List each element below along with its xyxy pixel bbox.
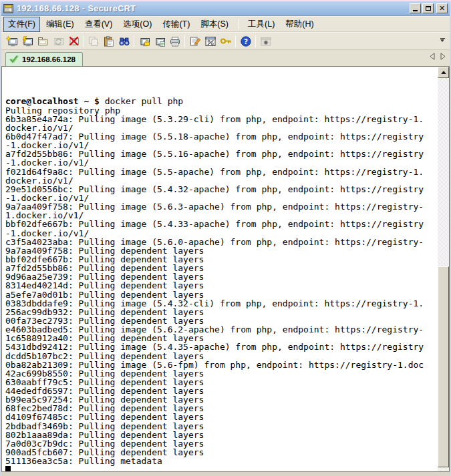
tab-scroll-left-icon[interactable] [430,51,435,63]
toolbar-separator [134,35,134,47]
find-button[interactable] [116,34,132,49]
terminal-cursor [5,466,11,471]
terminal-line: 5431dbd92412: Pulling image (5.4.35-apac… [5,342,438,351]
tab-bar: 192.168.66.128 [1,50,450,67]
terminal-line: 0383dbddafe9: Pulling image (5.4.32-cli)… [5,299,438,308]
menu-item-3[interactable]: 选项(O) [118,17,156,32]
terminal-line: Pulling repository php [5,106,438,115]
window-controls: ✕ [410,3,448,13]
toolbar-separator [83,35,84,47]
menu-item-7[interactable]: 帮助(H) [281,17,318,32]
copy-icon [88,36,100,47]
connect-tab-button[interactable] [35,34,50,49]
key-agent-button[interactable] [218,34,233,49]
app-icon[interactable] [3,3,14,14]
scrollbar-thumb[interactable] [438,266,449,467]
cursor-line [5,465,438,471]
print-icon [169,36,181,47]
terminal-line: 29e51d0556bc: Pulling image (5.4.32-apac… [5,185,438,194]
toolbar [1,32,450,50]
terminal-line: -1.docker.io/v1/ [5,229,438,238]
paste-icon [103,36,115,47]
connected-check-icon [9,55,19,63]
menu-separator [238,19,239,29]
minimize-button[interactable] [410,3,421,13]
terminal-line: 9a7aa409f758: Pulling dependent layers [5,246,438,255]
connect-tab-icon [37,36,49,47]
web-button[interactable] [258,34,273,49]
close-icon: ✕ [439,5,445,12]
log-session-button[interactable] [136,34,152,49]
scroll-up-arrow-icon [441,68,446,74]
file-transfer-button[interactable] [152,34,167,49]
reconnect-icon [52,36,64,47]
terminal-line: 8314ed40214d: Pulling dependent layers [5,281,438,290]
menu-item-6[interactable]: 工具(L) [243,17,279,32]
terminal-line [5,71,438,79]
session-options-button[interactable] [187,34,202,49]
terminal-line: 6b3a85e4a74a: Pulling image (5.3.29-cli)… [5,115,438,124]
copy-button[interactable] [86,34,101,49]
terminal-output[interactable]: core@localhost ~ $ docker pull phpPullin… [2,67,438,471]
session-tab-label: 192.168.66.128 [22,55,76,63]
terminal-line: dcdd5b107bc2: Pulling dependent layers [5,352,438,361]
global-options-button[interactable] [202,34,218,49]
terminal-line: docker.io/v1/ [5,176,438,185]
global-options-icon [204,36,216,47]
close-button[interactable]: ✕ [436,3,448,13]
terminal-line: 511136ea3c5a: Pulling metadata [5,457,438,465]
tab-scroll-right-icon[interactable] [440,51,446,63]
help-icon [240,36,252,47]
menu-bar: 文件(F)编辑(E)查看(V)选项(O)传输(T)脚本(S)工具(L)帮助(H) [1,16,450,32]
disconnect-icon [67,36,80,47]
terminal-line: 2bdbadf3469b: Pulling dependent layers [5,422,438,431]
print-button[interactable] [167,34,182,49]
menu-item-4[interactable]: 传输(T) [158,17,194,32]
disconnect-button[interactable] [65,34,81,49]
help-button[interactable] [238,34,253,49]
find-icon [118,36,130,47]
window-bottom-frame [1,471,450,476]
minimize-icon [413,10,418,11]
vertical-scrollbar[interactable] [438,67,449,471]
session-tab[interactable]: 192.168.66.128 [5,52,83,66]
terminal-line: 0ba82ab21309: Pulling image (5.6-fpm) fr… [5,361,438,369]
toolbar-separator [235,35,236,47]
securecrt-window: 192.168.66.128 - SecureCRT ✕ 文件(F)编辑(E)查… [0,1,451,476]
quick-connect-button[interactable] [19,34,35,49]
toolbar-separator [184,35,185,47]
menu-item-1[interactable]: 编辑(E) [41,17,79,32]
terminal-line: a5efe7a0d01b: Pulling dependent layers [5,290,438,299]
terminal-line: 42ac699b8550: Pulling dependent layers [5,369,438,378]
web-icon [260,36,272,47]
terminal-line: f021d64f9a8c: Pulling image (5.5-apache)… [5,168,438,176]
window-title: 192.168.66.128 - SecureCRT [17,4,407,13]
toolbar-overflow-icon[interactable] [438,38,447,44]
session-options-icon [189,36,201,47]
terminal-line: -1.docker.io/v1/ [5,158,438,167]
new-session-icon [6,36,18,47]
reconnect-button[interactable] [50,34,65,49]
terminal-line: bbf02dfe667b: Pulling image (5.4.33-apac… [5,220,438,228]
file-transfer-icon [154,36,166,47]
scroll-up-button[interactable] [438,67,449,78]
terminal-line: docker.io/v1/ [5,124,438,132]
menu-item-2[interactable]: 查看(V) [80,17,118,32]
log-session-icon [138,36,150,47]
title-bar[interactable]: 192.168.66.128 - SecureCRT ✕ [1,1,450,16]
key-agent-icon [220,36,232,47]
maximize-button[interactable] [422,3,434,13]
prompt-line: core@localhost ~ $ docker pull php [5,97,438,105]
terminal-line [5,79,438,88]
terminal-line: d4109f67485c: Pulling dependent layers [5,413,438,421]
quick-connect-icon [21,36,33,47]
terminal-line: 256ac99db932: Pulling dependent layers [5,308,438,316]
maximize-icon [426,6,431,11]
toolbar-separator [255,35,256,47]
menu-item-0[interactable]: 文件(F) [3,17,40,32]
menu-item-5[interactable]: 脚本(S) [196,17,233,32]
terminal-line: 802b1aaa89da: Pulling dependent layers [5,431,438,439]
paste-button[interactable] [101,34,116,49]
terminal-line: c3f5a4023aba: Pulling image (5.6.0-apach… [5,238,438,246]
new-session-button[interactable] [4,34,19,49]
